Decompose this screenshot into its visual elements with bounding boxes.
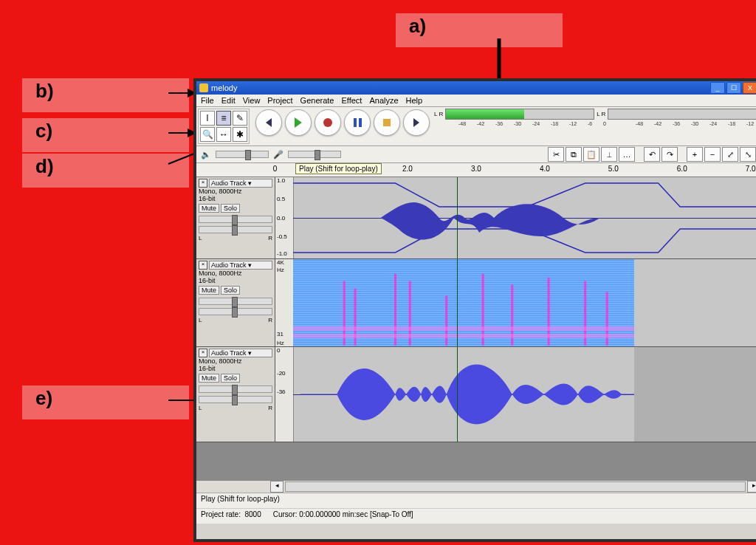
track-2-info1: Mono, 8000Hz: [199, 270, 272, 277]
track-1-gain[interactable]: [199, 216, 272, 223]
scroll-right-button[interactable]: ▸: [747, 481, 756, 493]
track-2-vscale: 4K Hz 31 Hz: [275, 259, 294, 346]
maximize-button[interactable]: ☐: [726, 82, 741, 94]
track-1: ×Audio Track ▾ Mono, 8000Hz 16-bit MuteS…: [196, 177, 756, 259]
menu-bar: File Edit View Project Generate Effect A…: [196, 95, 756, 107]
mic-icon: 🎤: [273, 150, 284, 160]
track-2-pan[interactable]: [199, 308, 272, 315]
draw-tool[interactable]: ✎: [233, 111, 247, 126]
undo-button[interactable]: ↶: [644, 147, 660, 162]
playback-cursor: [457, 177, 458, 258]
output-meter-labels: L R: [434, 112, 443, 117]
silence-button[interactable]: …: [619, 147, 635, 162]
audacity-window: melody _ ☐ X File Edit View Project Gene…: [193, 78, 756, 542]
menu-file[interactable]: File: [201, 96, 214, 105]
zoom-tool[interactable]: 🔍: [200, 127, 215, 142]
track-3-menu[interactable]: Audio Track ▾: [209, 349, 272, 357]
tool-palette: I ≡ ✎ 🔍 ↔ ✱: [198, 109, 250, 144]
track-3-view[interactable]: 0 -20 -36: [275, 347, 756, 442]
track-3-mute[interactable]: Mute: [199, 374, 219, 383]
track-1-pan[interactable]: [199, 226, 272, 233]
skip-end-button[interactable]: [403, 109, 430, 136]
cursor-position: Cursor: 0:00.000000 min:sec [Snap-To Off…: [273, 510, 413, 522]
track-1-vscale: 1.0 0.5 0.0 -0.5 -1.0: [275, 177, 294, 258]
track-3-solo[interactable]: Solo: [221, 374, 240, 383]
track-2-solo[interactable]: Solo: [221, 286, 240, 295]
status-bar: Project rate: 8000 Cursor: 0:00.000000 m…: [196, 508, 756, 524]
track-1-view[interactable]: 1.0 0.5 0.0 -0.5 -1.0: [275, 177, 756, 258]
track-1-close[interactable]: ×: [199, 179, 207, 188]
track-2-view[interactable]: 4K Hz 31 Hz: [275, 259, 756, 346]
skip-start-icon: [266, 118, 272, 127]
speaker-icon: 🔈: [201, 150, 211, 160]
track-1-solo[interactable]: Solo: [221, 204, 240, 213]
output-meter[interactable]: [445, 109, 594, 120]
pause-button[interactable]: [344, 109, 371, 136]
play-tooltip: Play (Shift for loop-play): [295, 163, 382, 174]
skip-start-button[interactable]: [255, 109, 282, 136]
menu-analyze[interactable]: Analyze: [369, 96, 398, 105]
tracks-area: ×Audio Track ▾ Mono, 8000Hz 16-bit MuteS…: [196, 177, 756, 480]
playback-cursor-3: [457, 347, 458, 442]
track-1-mute[interactable]: Mute: [199, 204, 219, 213]
track-2-close[interactable]: ×: [199, 261, 207, 270]
cut-button[interactable]: ✂: [548, 147, 564, 162]
input-meter-labels: L R: [597, 112, 605, 117]
zoom-out-button[interactable]: −: [704, 147, 721, 162]
title-bar[interactable]: melody _ ☐ X: [196, 81, 756, 95]
track-2: ×Audio Track ▾ Mono, 8000Hz 16-bit MuteS…: [196, 259, 756, 347]
copy-button[interactable]: ⧉: [566, 147, 582, 162]
track-2-mute[interactable]: Mute: [199, 286, 219, 295]
menu-help[interactable]: Help: [406, 96, 423, 105]
project-rate-value[interactable]: 8000: [244, 510, 261, 518]
track-3-panel: ×Audio Track ▾ Mono, 8000Hz 16-bit MuteS…: [196, 347, 275, 442]
track-3-info2: 16-bit: [199, 365, 272, 372]
selection-tool[interactable]: I: [200, 111, 215, 126]
track-3-close[interactable]: ×: [199, 349, 207, 357]
envelope-tool[interactable]: ≡: [216, 111, 231, 126]
input-meter[interactable]: [608, 109, 756, 120]
menu-view[interactable]: View: [243, 96, 261, 105]
input-volume-slider[interactable]: [288, 151, 341, 158]
status-hint: Play (Shift for loop-play): [196, 493, 756, 508]
record-button[interactable]: [315, 109, 341, 136]
close-button[interactable]: X: [743, 82, 756, 94]
fit-selection-button[interactable]: ⤢: [722, 147, 738, 162]
stop-icon: [383, 119, 391, 126]
record-icon: [323, 118, 332, 127]
stop-button[interactable]: [374, 109, 400, 136]
track-3-gain[interactable]: [199, 385, 272, 393]
track-2-panel: ×Audio Track ▾ Mono, 8000Hz 16-bit MuteS…: [196, 259, 275, 346]
pause-icon: [354, 118, 362, 127]
track-3: ×Audio Track ▾ Mono, 8000Hz 16-bit MuteS…: [196, 347, 756, 442]
menu-generate[interactable]: Generate: [300, 96, 334, 105]
redo-button[interactable]: ↷: [662, 147, 678, 162]
menu-effect[interactable]: Effect: [341, 96, 362, 105]
track-2-info2: 16-bit: [199, 277, 272, 284]
track-1-menu[interactable]: Audio Track ▾: [209, 179, 272, 188]
horizontal-scrollbar[interactable]: ◂ ▸: [196, 480, 756, 493]
annotation-b: b): [22, 78, 189, 112]
window-title: melody: [211, 83, 237, 92]
track-1-info1: Mono, 8000Hz: [199, 188, 272, 195]
track-2-gain[interactable]: [199, 298, 272, 305]
scroll-left-button[interactable]: ◂: [270, 481, 284, 493]
timeshift-tool[interactable]: ↔: [216, 127, 231, 142]
track-3-vscale: 0 -20 -36: [275, 347, 294, 442]
menu-edit[interactable]: Edit: [221, 96, 236, 105]
track-3-pan[interactable]: [199, 396, 272, 403]
play-button[interactable]: [285, 109, 312, 136]
playback-cursor-2: [457, 259, 458, 346]
menu-project[interactable]: Project: [267, 96, 292, 105]
multi-tool[interactable]: ✱: [233, 127, 247, 142]
annotation-d: d): [22, 154, 189, 188]
zoom-in-button[interactable]: +: [687, 147, 703, 162]
track-2-menu[interactable]: Audio Track ▾: [209, 261, 272, 270]
output-volume-slider[interactable]: [216, 151, 269, 158]
app-icon: [199, 83, 208, 92]
fit-project-button[interactable]: ⤡: [740, 147, 756, 162]
trim-button[interactable]: ⟂: [601, 147, 617, 162]
paste-button[interactable]: 📋: [583, 147, 599, 162]
minimize-button[interactable]: _: [710, 82, 725, 94]
skip-end-icon: [413, 118, 419, 127]
